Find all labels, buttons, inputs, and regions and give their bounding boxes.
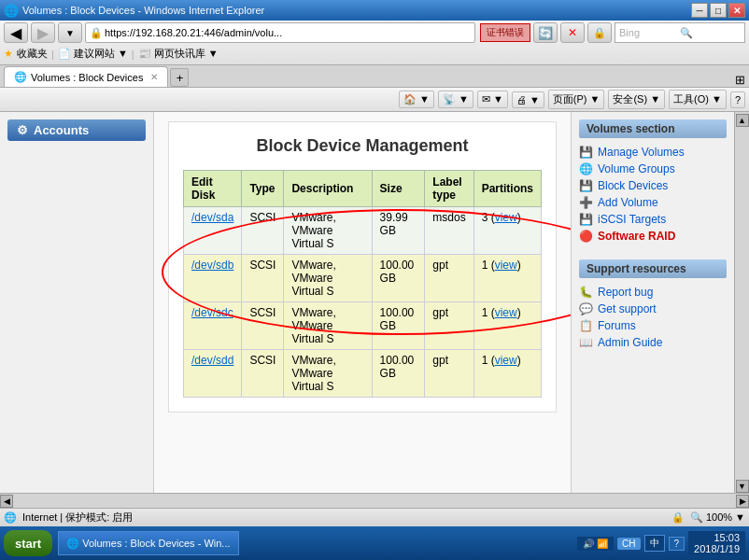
disk-size: 100.00 GB bbox=[372, 302, 425, 350]
main-content: Block Device Management EditDisk Type De… bbox=[154, 112, 571, 493]
sidebar-add-volume[interactable]: ➕ Add Volume bbox=[579, 194, 727, 211]
clock: 15:03 2018/1/19 bbox=[688, 531, 745, 555]
volumes-section-title: Volumes section bbox=[579, 119, 727, 138]
sidebar-admin-guide[interactable]: 📖 Admin Guide bbox=[579, 334, 727, 351]
disk-size: 39.99 GB bbox=[372, 207, 425, 255]
stop-button[interactable]: ✕ bbox=[560, 22, 585, 43]
search-placeholder: Bing bbox=[619, 27, 680, 38]
tab-bar: 🌐 Volumes : Block Devices ✕ + ⊞ bbox=[0, 65, 749, 88]
disk-label-type: gpt bbox=[425, 302, 473, 350]
start-button[interactable]: start bbox=[4, 530, 52, 556]
help-button[interactable]: ? bbox=[730, 91, 745, 108]
scroll-right-button[interactable]: ▶ bbox=[736, 495, 749, 508]
manage-volumes-icon: 💾 bbox=[579, 146, 593, 159]
minimize-button[interactable]: ─ bbox=[691, 3, 708, 18]
partition-view-link[interactable]: view bbox=[495, 354, 517, 367]
feeds-button[interactable]: 📡 ▼ bbox=[438, 91, 473, 108]
sidebar-report-bug[interactable]: 🐛 Report bug bbox=[579, 284, 727, 301]
disk-description: VMware, VMware Virtual S bbox=[284, 350, 372, 398]
taskbar-ie-item[interactable]: 🌐 Volumes : Block Devices - Win... bbox=[58, 531, 238, 555]
sidebar-software-raid[interactable]: 🔴 Software RAID bbox=[579, 228, 727, 245]
disk-partitions: 1 (view) bbox=[473, 302, 541, 350]
close-button[interactable]: ✕ bbox=[728, 3, 745, 18]
scrollbar-horizontal[interactable]: ◀ ▶ bbox=[0, 493, 749, 508]
scroll-down-button[interactable]: ▼ bbox=[736, 480, 749, 493]
scrollbar-right[interactable]: ▲ ▼ bbox=[734, 112, 749, 493]
help-badge[interactable]: ? bbox=[669, 537, 685, 551]
new-tab-button[interactable]: + bbox=[170, 68, 189, 87]
favorites-bar: ★ 收藏夹 | 📄 建议网站 ▼ | 📰 网页快讯库 ▼ bbox=[4, 45, 745, 63]
ime-badge[interactable]: 中 bbox=[644, 535, 665, 552]
ssl-lock-icon: 🔒 bbox=[90, 27, 103, 39]
iscsi-targets-icon: 💾 bbox=[579, 213, 593, 226]
page-button[interactable]: 页面(P) ▼ bbox=[548, 90, 605, 109]
quick-tab-icon[interactable]: ⊞ bbox=[735, 73, 745, 87]
disk-link[interactable]: /dev/sda bbox=[191, 211, 233, 224]
safety-button[interactable]: 安全(S) ▼ bbox=[608, 90, 665, 109]
tools-button[interactable]: 工具(O) ▼ bbox=[669, 90, 727, 109]
sidebar-manage-volumes[interactable]: 💾 Manage Volumes bbox=[579, 144, 727, 161]
partition-view-link[interactable]: view bbox=[495, 306, 517, 319]
table-header-row: EditDisk Type Description Size Labeltype… bbox=[184, 171, 542, 207]
sidebar-forums[interactable]: 📋 Forums bbox=[579, 317, 727, 334]
table-row: /dev/sdcSCSIVMware, VMware Virtual S100.… bbox=[184, 302, 542, 350]
disk-type: SCSI bbox=[242, 255, 284, 302]
scroll-left-button[interactable]: ◀ bbox=[0, 495, 13, 508]
device-table: EditDisk Type Description Size Labeltype… bbox=[183, 170, 542, 398]
disk-size: 100.00 GB bbox=[372, 255, 425, 302]
mail-button[interactable]: ✉ ▼ bbox=[477, 91, 508, 108]
active-tab[interactable]: 🌐 Volumes : Block Devices ✕ bbox=[4, 66, 168, 87]
home-button[interactable]: 🏠 ▼ bbox=[399, 91, 434, 108]
favorites-label[interactable]: 收藏夹 bbox=[17, 47, 48, 61]
network-icon[interactable]: 📶 bbox=[597, 539, 608, 549]
status-bar: 🌐 Internet | 保护模式: 启用 🔒 🔍 100% ▼ bbox=[0, 508, 749, 526]
search-icon[interactable]: 🔍 bbox=[680, 27, 741, 39]
support-section-title: Support resources bbox=[579, 259, 727, 278]
volume-groups-icon: 🌐 bbox=[579, 162, 593, 175]
sidebar-volume-groups[interactable]: 🌐 Volume Groups bbox=[579, 161, 727, 177]
print-button[interactable]: 🖨 ▼ bbox=[512, 91, 544, 108]
taskbar: start 🌐 Volumes : Block Devices - Win...… bbox=[0, 526, 749, 560]
dropdown-button[interactable]: ▼ bbox=[58, 22, 82, 43]
sidebar-block-devices[interactable]: 💾 Block Devices bbox=[579, 177, 727, 194]
back-button[interactable]: ◀ bbox=[4, 22, 28, 43]
tab-label: Volumes : Block Devices bbox=[31, 72, 143, 83]
search-bar[interactable]: Bing 🔍 bbox=[615, 22, 745, 43]
taskbar-ie-label: Volumes : Block Devices - Win... bbox=[82, 538, 230, 549]
iscsi-targets-label: iSCSI Targets bbox=[598, 213, 666, 226]
ch-badge[interactable]: CH bbox=[617, 538, 640, 550]
admin-guide-label: Admin Guide bbox=[598, 336, 662, 349]
disk-link[interactable]: /dev/sdc bbox=[191, 306, 233, 319]
security-button[interactable]: 🔒 bbox=[587, 22, 612, 43]
disk-link[interactable]: /dev/sdd bbox=[191, 354, 233, 367]
tab-close-icon[interactable]: ✕ bbox=[150, 72, 158, 82]
disk-partitions: 1 (view) bbox=[473, 255, 541, 302]
refresh-button[interactable]: 🔄 bbox=[533, 22, 558, 43]
forward-button[interactable]: ▶ bbox=[31, 22, 55, 43]
nav-bar: ◀ ▶ ▼ 🔒 https://192.168.20.21:446/admin/… bbox=[4, 22, 745, 43]
sidebar-iscsi-targets[interactable]: 💾 iSCSI Targets bbox=[579, 211, 727, 228]
ie-icon: 🌐 bbox=[4, 4, 19, 18]
fav-item-2[interactable]: 📰 网页快讯库 ▼ bbox=[138, 47, 219, 61]
block-devices-icon: 💾 bbox=[579, 179, 593, 192]
report-bug-icon: 🐛 bbox=[579, 286, 593, 299]
cert-error-button[interactable]: 证书错误 bbox=[480, 23, 530, 42]
zoom-icon[interactable]: 🔍 100% ▼ bbox=[690, 511, 745, 524]
maximize-button[interactable]: □ bbox=[710, 3, 727, 18]
scroll-up-button[interactable]: ▲ bbox=[736, 114, 749, 127]
disk-link[interactable]: /dev/sdb bbox=[191, 259, 233, 272]
address-bar[interactable]: 🔒 https://192.168.20.21:446/admin/volu..… bbox=[85, 22, 475, 43]
partition-view-link[interactable]: view bbox=[495, 211, 517, 224]
disk-type: SCSI bbox=[242, 207, 284, 255]
time-display: 15:03 bbox=[694, 532, 740, 543]
accounts-button[interactable]: ⚙ Accounts bbox=[7, 119, 146, 141]
date-display: 2018/1/19 bbox=[694, 543, 740, 554]
fav-item-1[interactable]: 📄 建议网站 ▼ bbox=[58, 47, 128, 61]
admin-guide-icon: 📖 bbox=[579, 336, 593, 349]
sidebar-get-support[interactable]: 💬 Get support bbox=[579, 301, 727, 317]
partition-view-link[interactable]: view bbox=[495, 259, 517, 272]
col-header-description: Description bbox=[284, 171, 372, 207]
fav-separator-2: | bbox=[132, 49, 134, 60]
status-text: Internet | 保护模式: 启用 bbox=[22, 511, 133, 525]
volume-icon[interactable]: 🔊 bbox=[583, 539, 594, 549]
